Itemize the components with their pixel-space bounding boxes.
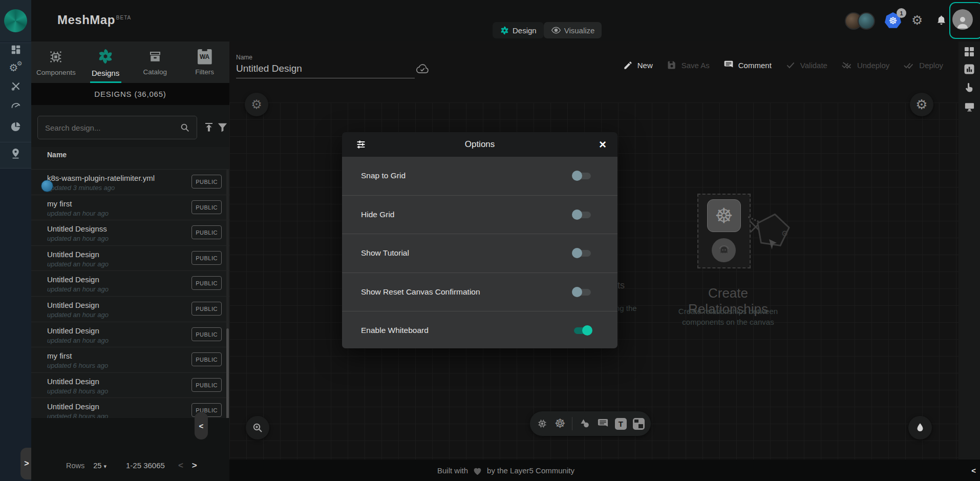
hide-grid-toggle[interactable] (572, 210, 592, 220)
app-header: MeshMapBETA Design (0, 0, 980, 41)
layer5-logo-tile[interactable] (0, 0, 31, 41)
design-row[interactable]: Untitled Design updated an hour ago PUBL… (31, 322, 229, 348)
gear-icon: ⚙ (251, 98, 262, 111)
settings-gear-icon[interactable]: ⚙ (911, 14, 923, 27)
components-chip-icon (48, 49, 64, 65)
tab-components-label: Components (36, 69, 76, 76)
validate-button[interactable]: Validate (785, 60, 827, 70)
design-search-input[interactable] (44, 116, 174, 139)
prev-page-button[interactable]: < (178, 461, 183, 471)
gear-icon: ⚙ (915, 98, 927, 111)
filter-funnel-icon[interactable] (217, 121, 228, 133)
reset-canvas-confirmation-toggle[interactable] (572, 287, 592, 297)
nav-lifecycle-icon[interactable]: ⚙ ⚙ (0, 60, 31, 74)
search-icon[interactable] (179, 122, 190, 133)
snap-to-grid-toggle[interactable] (572, 171, 592, 181)
pointer-hand-icon[interactable] (958, 81, 980, 93)
right-panel-collapse-chevron[interactable]: < (971, 459, 976, 481)
deploy-button[interactable]: Deploy (903, 60, 943, 70)
cloud-saved-icon (415, 62, 430, 75)
tab-catalog-label: Catalog (143, 68, 167, 76)
drawer-collapse-chevron[interactable]: < (195, 412, 208, 440)
collaborator-avatars[interactable] (845, 12, 875, 30)
nav-extensions-icon[interactable] (0, 121, 31, 133)
screen-icon[interactable] (958, 101, 980, 113)
zoom-in-button[interactable] (246, 416, 269, 440)
designs-count-header: DESIGNS (36,065) (31, 83, 229, 105)
check-icon (785, 60, 796, 70)
k8s-context-button[interactable]: ☸ 1 (885, 12, 901, 29)
crossed-checks-icon (841, 60, 853, 70)
canvas-settings-left-button[interactable]: ⚙ (245, 93, 268, 116)
tab-components[interactable]: Components (31, 41, 81, 83)
search-area (31, 105, 229, 147)
design-row[interactable]: Untitled Design updated an hour ago PUBL… (31, 271, 229, 297)
app-title: MeshMapBETA (57, 13, 131, 27)
dock-media-icon[interactable] (633, 418, 645, 430)
design-row[interactable]: Untitled Design updated 8 hours ago PUBL… (31, 373, 229, 399)
collaborator-avatar-2[interactable] (858, 12, 875, 30)
comment-button[interactable]: Comment (723, 60, 772, 70)
design-row[interactable]: my first updated 6 hours ago PUBLIC (31, 347, 229, 373)
save-as-button[interactable]: Save As (667, 60, 710, 70)
dock-components-icon[interactable] (536, 417, 548, 430)
tab-visualize-label: Visualize (564, 26, 595, 35)
dock-divider (572, 417, 572, 430)
canvas-options-button[interactable]: ⚙ (910, 93, 933, 116)
ink-drop-button[interactable] (908, 416, 932, 440)
visibility-badge: PUBLIC (191, 175, 222, 189)
tutorial-description: Create relationships between components … (667, 306, 790, 327)
show-tutorial-toggle[interactable] (572, 248, 592, 258)
chart-panel-icon[interactable] (958, 63, 980, 75)
widgets-grid-icon[interactable] (958, 46, 980, 58)
person-icon (955, 14, 970, 30)
visibility-badge: PUBLIC (191, 327, 222, 341)
design-row[interactable]: k8s-wasm-plugin-ratelimiter.yml updated … (31, 170, 229, 195)
zoom-in-icon (251, 422, 264, 434)
design-row[interactable]: Untitled Design updated an hour ago PUBL… (31, 297, 229, 322)
tab-filters-label: Filters (195, 68, 214, 76)
next-page-button[interactable]: > (192, 461, 197, 471)
column-header-name: Name (47, 151, 67, 159)
tab-visualize[interactable]: Visualize (544, 22, 602, 38)
tutorial-kubernetes-tile: ☸ (707, 199, 741, 232)
dock-text-icon[interactable]: T (615, 418, 627, 430)
design-row[interactable]: Untitled Designss updated an hour ago PU… (31, 220, 229, 246)
eye-icon (551, 25, 561, 35)
rows-label: Rows (66, 462, 84, 470)
new-button[interactable]: New (623, 60, 653, 70)
dock-comment-icon[interactable] (597, 418, 609, 430)
notifications-bell-icon[interactable] (935, 14, 947, 26)
tab-design[interactable]: Design (493, 22, 544, 38)
nav-dashboard-icon[interactable] (0, 44, 31, 55)
occluded-tutorial-text: ng the (615, 304, 637, 312)
tab-filters[interactable]: WA Filters (180, 41, 229, 83)
tab-designs[interactable]: Designs (81, 41, 131, 83)
undeploy-button[interactable]: Undeploy (841, 60, 889, 70)
design-row[interactable]: my first updated an hour ago PUBLIC (31, 195, 229, 221)
enable-whiteboard-toggle[interactable] (572, 325, 592, 336)
rows-per-page-select[interactable]: 25 ▾ (93, 462, 106, 470)
design-spiral-icon (500, 26, 509, 35)
option-show-reset-canvas-confirmation: Show Reset Canvas Confirmation (342, 273, 617, 312)
wasm-filter-icon: WA (198, 49, 212, 65)
nav-meshmap-pin-icon[interactable] (0, 148, 31, 159)
left-nav-rail: ⚙ ⚙ > ? v0.6.176 (0, 41, 31, 481)
drawer-tabs: Components Designs (31, 41, 229, 83)
nav-performance-icon[interactable] (0, 99, 31, 112)
dock-kubernetes-icon[interactable]: ☸ (555, 417, 566, 430)
tab-catalog[interactable]: Catalog (131, 41, 180, 83)
user-avatar-button[interactable] (952, 9, 973, 30)
nav-configuration-icon[interactable] (0, 80, 31, 92)
meshmap-app: MeshMapBETA Design (0, 0, 980, 481)
options-modal-header: Options × (342, 132, 617, 157)
upload-design-icon[interactable] (203, 121, 215, 133)
design-row[interactable]: Untitled Design updated an hour ago PUBL… (31, 246, 229, 271)
design-name-input[interactable] (236, 63, 413, 78)
option-hide-grid: Hide Grid (342, 196, 617, 235)
catalog-drawer-icon (147, 49, 163, 65)
dock-shapes-icon[interactable] (579, 417, 591, 430)
options-modal: Options × Snap to Grid Hide Grid Show Tu… (342, 132, 617, 348)
close-icon[interactable]: × (599, 138, 606, 151)
tutorial-meshery-ghost-icon (712, 238, 736, 262)
